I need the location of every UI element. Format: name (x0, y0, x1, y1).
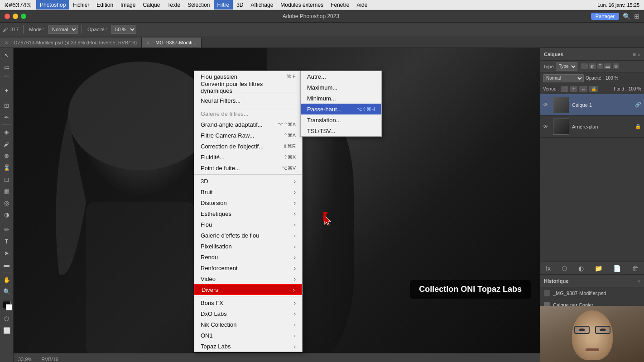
new-group-btn[interactable]: 📁 (595, 265, 602, 272)
layer-item-calque1[interactable]: 👁 Calque 1 🔗 (540, 94, 644, 116)
filter-menu-item-3d[interactable]: 3D › (194, 176, 302, 186)
filter-menu-item-renforcement[interactable]: Renforcement › (194, 262, 302, 273)
divers-maximum[interactable]: Maximum... (301, 82, 381, 93)
menu-item-affichage[interactable]: Affichage (247, 0, 277, 10)
filter-menu-item-neural[interactable]: Neural Filters... (194, 95, 302, 106)
magic-wand-tool[interactable]: ✦ (1, 85, 12, 96)
filter-menu-item-correction[interactable]: Correction de l'objectif... ⇧⌘R (194, 141, 302, 152)
layer-vis-calque1[interactable]: 👁 (543, 102, 550, 108)
history-item-0[interactable]: _MG_9387-Modifier.psd (540, 287, 644, 299)
move-tool[interactable]: ↖ (1, 50, 12, 61)
divers-translation[interactable]: Translation... (301, 114, 381, 125)
opacity-select[interactable]: 50 % (111, 25, 136, 34)
filter-menu-item-flou[interactable]: Flou › (194, 219, 302, 230)
divers-autre[interactable]: Autre... (301, 71, 381, 82)
select-tool[interactable]: ▭ (1, 62, 12, 72)
layer-item-arriere-plan[interactable]: 👁 Arrière-plan 🔒 (540, 116, 644, 138)
expand-icon[interactable]: ⊞ (634, 13, 639, 20)
menu-item-3d[interactable]: 3D (233, 0, 247, 10)
quick-mask-tool[interactable]: ⬡ (1, 313, 12, 324)
filter-shape-icon[interactable]: ▬ (604, 63, 611, 69)
filter-menu-item-grand-angle[interactable]: Grand-angle adaptatif... ⌥⇧⌘A (194, 119, 302, 130)
filter-menu-item-bruit[interactable]: Bruit › (194, 186, 302, 197)
dodge-tool[interactable]: ◑ (1, 209, 12, 220)
document-tab-2[interactable]: ✕ _MG_9387-Modifi... (142, 38, 202, 48)
history-collapse-icon[interactable]: » (638, 278, 640, 284)
filter-text-icon[interactable]: T (597, 63, 603, 69)
menu-item-texte[interactable]: Texte (163, 0, 184, 10)
filter-menu-item-nik[interactable]: Nik Collection › (194, 319, 302, 330)
history-item-1[interactable]: Calque par Copier (540, 299, 644, 306)
document-tab-2-close[interactable]: ✕ (146, 40, 150, 45)
divers-passe-haut[interactable]: Passe-haut... ⌥⇧⌘H (301, 104, 381, 114)
lock-all-btn[interactable]: 🔒 (589, 86, 598, 92)
filter-menu-item-point-fuite[interactable]: Point de fuite... ⌥⌘V (194, 162, 302, 173)
search-icon[interactable]: 🔍 (623, 13, 630, 20)
filter-menu-item-convertir[interactable]: Convertir pour les filtres dynamiques (194, 82, 302, 93)
maximize-button[interactable] (21, 14, 26, 19)
filter-menu-item-pixellisation[interactable]: Pixellisation › (194, 241, 302, 252)
menu-item-fichier[interactable]: Fichier (69, 0, 93, 10)
menu-item-selection[interactable]: Sélection (184, 0, 213, 10)
stamp-tool[interactable]: ⊛ (1, 150, 12, 161)
filter-menu-item-distorsion[interactable]: Distorsion › (194, 197, 302, 208)
filter-menu-item-galerie-effets[interactable]: Galerie d'effets de flou › (194, 230, 302, 241)
close-button[interactable] (5, 14, 10, 19)
path-select-tool[interactable]: ➤ (1, 248, 12, 258)
layers-expand-icon[interactable]: » (638, 52, 640, 57)
layers-collapse-icon[interactable]: ≡ (633, 52, 635, 57)
divers-tsl-tsv[interactable]: TSL/TSV... (301, 125, 381, 136)
layer-vis-arriere-plan[interactable]: 👁 (543, 124, 550, 130)
lasso-tool[interactable]: ⌒ (1, 73, 12, 84)
add-mask-btn[interactable]: ⬡ (562, 265, 567, 272)
filter-adjust-icon[interactable]: ◐ (589, 63, 596, 69)
lock-artboard-btn[interactable]: ↔ (579, 86, 587, 92)
filter-smart-icon[interactable]: ⊕ (613, 63, 619, 69)
menu-item-image[interactable]: Image (117, 0, 139, 10)
blend-mode-select[interactable]: Normal (48, 25, 78, 34)
add-adjustment-btn[interactable]: ◐ (578, 265, 584, 272)
menu-item-fenetre[interactable]: Fenêtre (327, 0, 353, 10)
pen-tool[interactable]: ✏ (1, 224, 12, 235)
menu-item-photoshop[interactable]: Photoshop (36, 0, 69, 10)
apple-icon[interactable]: &#63743; (5, 1, 32, 9)
lock-pos-btn[interactable]: ✛ (570, 86, 577, 92)
eyedropper-tool[interactable]: ✒ (1, 112, 12, 123)
new-layer-btn[interactable]: 📄 (613, 265, 621, 272)
blur-tool[interactable]: ◎ (1, 197, 12, 208)
text-tool[interactable]: T (1, 236, 12, 247)
document-tab-1[interactable]: ✕ _OZ97613-Modifier.psd @ 33,9% (Flou In… (0, 38, 142, 48)
gradient-tool[interactable]: ▦ (1, 186, 12, 196)
filter-menu-item-boris-fx[interactable]: Boris FX › (194, 297, 302, 308)
filter-menu-item-rendu[interactable]: Rendu › (194, 252, 302, 262)
filter-menu-item-esthetiques[interactable]: Esthétiques › (194, 208, 302, 219)
filter-pixel-icon[interactable]: ⬚ (581, 63, 588, 69)
filter-menu-item-camera-raw[interactable]: Filtre Camera Raw... ⇧⌘A (194, 130, 302, 141)
menu-item-edition[interactable]: Edition (93, 0, 117, 10)
history-brush-tool[interactable]: ⌛ (1, 162, 12, 173)
hand-tool[interactable]: ✋ (1, 274, 12, 285)
filter-menu-item-on1[interactable]: ON1 › (194, 330, 302, 341)
menu-item-aide[interactable]: Aide (353, 0, 371, 10)
eraser-tool[interactable]: ◻ (1, 174, 12, 185)
foreground-color[interactable] (3, 301, 11, 309)
blend-mode-dropdown[interactable]: Normal (543, 74, 584, 82)
brush-tool[interactable]: 🖌 (1, 138, 12, 149)
zoom-tool[interactable]: 🔍 (1, 286, 12, 297)
delete-layer-btn[interactable]: 🗑 (632, 265, 639, 272)
layer-type-select[interactable]: Type (556, 62, 577, 71)
healing-tool[interactable]: ⊕ (1, 127, 12, 138)
menu-item-calque[interactable]: Calque (139, 0, 163, 10)
crop-tool[interactable]: ⊡ (1, 100, 12, 111)
minimize-button[interactable] (13, 14, 18, 19)
menu-item-filtre[interactable]: Filtre (214, 0, 233, 10)
filter-menu-item-fluidite[interactable]: Fluidité... ⇧⌘X (194, 152, 302, 162)
menu-item-modules[interactable]: Modules externes (277, 0, 327, 10)
filter-menu-item-divers[interactable]: Divers › (194, 284, 302, 295)
filter-menu-item-topaz[interactable]: Topaz Labs › (194, 341, 302, 352)
shape-tool[interactable]: ▬ (1, 259, 12, 270)
filter-menu-item-video[interactable]: Vidéo › (194, 273, 302, 284)
lock-pixel-btn[interactable]: ⬚ (561, 86, 568, 92)
screen-mode-tool[interactable]: ⬜ (1, 325, 12, 336)
divers-minimum[interactable]: Minimum... (301, 93, 381, 104)
